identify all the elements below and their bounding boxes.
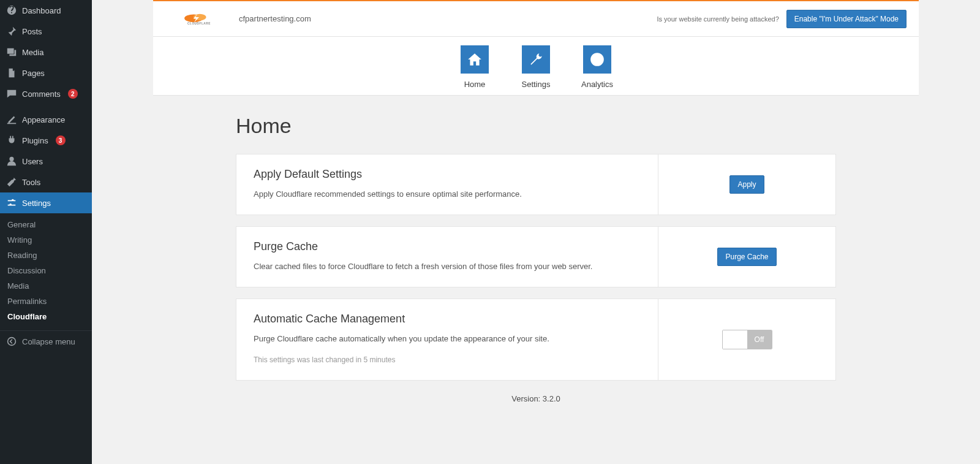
sidebar-item-users[interactable]: Users bbox=[0, 151, 92, 172]
submenu-discussion[interactable]: Discussion bbox=[0, 263, 92, 278]
card-desc: Apply Cloudflare recommended settings to… bbox=[254, 189, 641, 199]
comment-icon bbox=[6, 88, 17, 99]
sidebar-item-media[interactable]: Media bbox=[0, 42, 92, 63]
toggle-on-half bbox=[723, 330, 747, 349]
apply-button[interactable]: Apply bbox=[729, 175, 764, 194]
card-title: Purge Cache bbox=[254, 240, 641, 253]
purge-cache-button[interactable]: Purge Cache bbox=[717, 248, 776, 266]
submenu-permalinks[interactable]: Permalinks bbox=[0, 294, 92, 309]
sidebar-item-appearance[interactable]: Appearance bbox=[0, 109, 92, 130]
card-auto-cache: Automatic Cache Management Purge Cloudfl… bbox=[236, 299, 836, 381]
page-title: Home bbox=[236, 114, 836, 138]
sidebar-item-label: Posts bbox=[22, 27, 42, 36]
sidebar-item-label: Plugins bbox=[22, 136, 48, 145]
sidebar-item-label: Tools bbox=[22, 178, 40, 187]
collapse-label: Collapse menu bbox=[22, 337, 75, 346]
content-area: CLOUDFLARE cfpartnertesting.com Is your … bbox=[92, 0, 980, 464]
version-label: Version: 3.2.0 bbox=[236, 394, 836, 403]
sidebar-item-posts[interactable]: Posts bbox=[0, 21, 92, 42]
card-desc: Purge Cloudflare cache automatically whe… bbox=[254, 334, 641, 343]
sidebar-item-label: Comments bbox=[22, 89, 61, 99]
sidebar-item-comments[interactable]: Comments 2 bbox=[0, 83, 92, 104]
tab-label: Home bbox=[464, 80, 486, 89]
sidebar-item-label: Pages bbox=[22, 69, 45, 78]
sidebar-item-label: Appearance bbox=[22, 115, 65, 124]
settings-slider-icon bbox=[6, 197, 17, 208]
sidebar-item-tools[interactable]: Tools bbox=[0, 172, 92, 192]
tab-settings[interactable]: Settings bbox=[514, 45, 557, 89]
submenu-general[interactable]: General bbox=[0, 217, 92, 232]
toggle-off-half: Off bbox=[747, 330, 772, 349]
cloudflare-logo: CLOUDFLARE bbox=[178, 11, 221, 27]
svg-text:CLOUDFLARE: CLOUDFLARE bbox=[187, 22, 211, 25]
dashboard-icon bbox=[6, 5, 17, 16]
enable-under-attack-button[interactable]: Enable "I'm Under Attack" Mode bbox=[786, 10, 907, 28]
tab-label: Settings bbox=[522, 80, 551, 89]
tab-home[interactable]: Home bbox=[453, 45, 496, 89]
collapse-icon bbox=[6, 336, 17, 347]
settings-submenu: General Writing Reading Discussion Media… bbox=[0, 213, 92, 328]
sidebar-item-label: Settings bbox=[22, 199, 51, 208]
pin-icon bbox=[6, 26, 17, 37]
card-meta: This settings was last changed in 5 minu… bbox=[254, 356, 641, 364]
plugin-icon bbox=[6, 135, 17, 146]
card-purge-cache: Purge Cache Clear cached files to force … bbox=[236, 226, 836, 287]
sidebar-item-label: Media bbox=[22, 48, 43, 57]
cloudflare-tabs: Home Settings Analytics bbox=[153, 37, 919, 96]
wp-admin-sidebar: Dashboard Posts Media Pages Comments 2 A… bbox=[0, 0, 92, 464]
home-icon bbox=[461, 45, 489, 74]
pages-icon bbox=[6, 67, 17, 78]
sidebar-item-dashboard[interactable]: Dashboard bbox=[0, 0, 92, 21]
sidebar-item-label: Users bbox=[22, 157, 43, 166]
tab-label: Analytics bbox=[581, 80, 613, 89]
sidebar-item-plugins[interactable]: Plugins 3 bbox=[0, 130, 92, 151]
cloudflare-logo-icon: CLOUDFLARE bbox=[178, 11, 221, 27]
tab-analytics[interactable]: Analytics bbox=[576, 45, 619, 89]
auto-cache-toggle[interactable]: Off bbox=[722, 330, 772, 349]
submenu-writing[interactable]: Writing bbox=[0, 232, 92, 248]
cloudflare-topbar: CLOUDFLARE cfpartnertesting.com Is your … bbox=[153, 0, 919, 37]
pie-chart-icon bbox=[583, 45, 611, 74]
sidebar-item-settings[interactable]: Settings bbox=[0, 192, 92, 213]
plugins-count-badge: 3 bbox=[56, 135, 66, 145]
card-title: Apply Default Settings bbox=[254, 168, 641, 181]
media-icon bbox=[6, 47, 17, 58]
appearance-icon bbox=[6, 114, 17, 125]
card-apply-default: Apply Default Settings Apply Cloudflare … bbox=[236, 154, 836, 215]
wrench-icon bbox=[522, 45, 550, 74]
cloudflare-body: Home Apply Default Settings Apply Cloudf… bbox=[236, 114, 836, 403]
submenu-reading[interactable]: Reading bbox=[0, 248, 92, 263]
card-desc: Clear cached files to force Cloudflare t… bbox=[254, 262, 641, 271]
card-title: Automatic Cache Management bbox=[254, 313, 641, 325]
submenu-cloudflare[interactable]: Cloudflare bbox=[0, 309, 92, 324]
users-icon bbox=[6, 156, 17, 167]
sidebar-item-label: Dashboard bbox=[22, 6, 61, 15]
submenu-media[interactable]: Media bbox=[0, 278, 92, 294]
sidebar-item-pages[interactable]: Pages bbox=[0, 63, 92, 83]
attack-question: Is your website currently being attacked… bbox=[657, 15, 778, 23]
collapse-menu[interactable]: Collapse menu bbox=[0, 330, 92, 352]
comments-count-badge: 2 bbox=[68, 89, 78, 99]
tools-icon bbox=[6, 177, 17, 188]
domain-label: cfpartnertesting.com bbox=[239, 14, 311, 23]
svg-point-0 bbox=[8, 338, 16, 346]
